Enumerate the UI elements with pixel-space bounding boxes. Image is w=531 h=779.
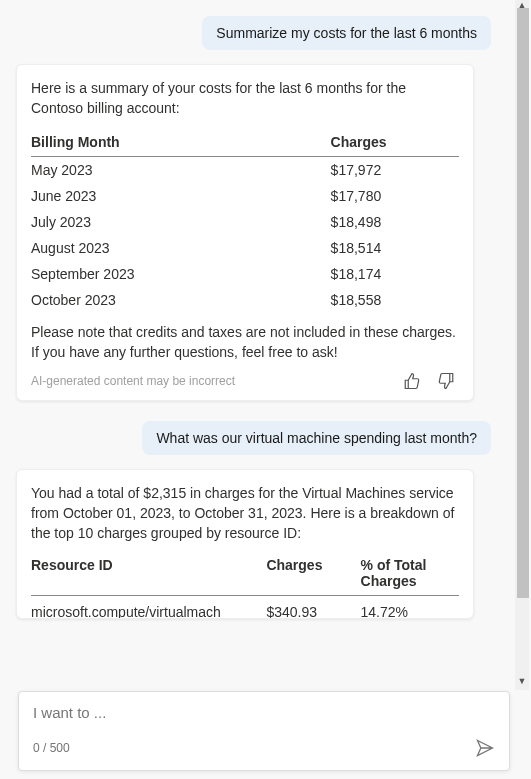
cell-month: July 2023 <box>31 209 331 235</box>
table-row: July 2023$18,498 <box>31 209 459 235</box>
table-header-pct: % of Total Charges <box>361 553 459 596</box>
ai-response-card: You had a total of $2,315 in charges for… <box>16 469 474 619</box>
table-header-resource: Resource ID <box>31 553 266 596</box>
cell-month: May 2023 <box>31 157 331 184</box>
chat-input-placeholder: I want to ... <box>33 704 495 721</box>
ai-response-card: Here is a summary of your costs for the … <box>16 64 474 401</box>
table-header-month: Billing Month <box>31 128 331 157</box>
character-counter: 0 / 500 <box>33 741 70 755</box>
scroll-down-arrow[interactable]: ▼ <box>517 676 527 686</box>
cell-month: August 2023 <box>31 235 331 261</box>
cell-charges: $340.93 <box>266 596 360 620</box>
cell-charges: $18,514 <box>331 235 459 261</box>
ai-disclaimer: AI-generated content may be incorrect <box>31 374 235 388</box>
resource-breakdown-table: Resource ID Charges % of Total Charges m… <box>31 553 459 619</box>
user-message: What was our virtual machine spending la… <box>16 421 491 455</box>
table-header-charges: Charges <box>266 553 360 596</box>
cost-summary-table: Billing Month Charges May 2023$17,972 Ju… <box>31 128 459 313</box>
table-row: August 2023$18,514 <box>31 235 459 261</box>
table-row: September 2023$18,174 <box>31 261 459 287</box>
thumbs-down-icon[interactable] <box>437 372 455 390</box>
ai-outro-text: Please note that credits and taxes are n… <box>31 323 459 362</box>
cell-charges: $18,558 <box>331 287 459 313</box>
ai-intro-text: Here is a summary of your costs for the … <box>31 79 459 118</box>
ai-intro-text: You had a total of $2,315 in charges for… <box>31 484 459 543</box>
cell-month: June 2023 <box>31 183 331 209</box>
send-icon[interactable] <box>475 738 495 758</box>
thumbs-up-icon[interactable] <box>403 372 421 390</box>
user-bubble: Summarize my costs for the last 6 months <box>202 16 491 50</box>
scrollbar-thumb[interactable] <box>517 8 529 598</box>
table-row: May 2023$17,972 <box>31 157 459 184</box>
user-bubble: What was our virtual machine spending la… <box>142 421 491 455</box>
table-row: October 2023$18,558 <box>31 287 459 313</box>
cell-charges: $17,780 <box>331 183 459 209</box>
chat-container[interactable]: Summarize my costs for the last 6 months… <box>0 0 531 690</box>
cell-charges: $18,174 <box>331 261 459 287</box>
table-row: June 2023$17,780 <box>31 183 459 209</box>
cell-pct: 14.72% <box>361 596 459 620</box>
cell-resource: microsoft.compute/virtualmach <box>31 596 266 620</box>
cell-month: October 2023 <box>31 287 331 313</box>
table-header-charges: Charges <box>331 128 459 157</box>
chat-input-area[interactable]: I want to ... 0 / 500 <box>18 691 510 771</box>
user-message: Summarize my costs for the last 6 months <box>16 16 491 50</box>
cell-month: September 2023 <box>31 261 331 287</box>
table-row: microsoft.compute/virtualmach $340.93 14… <box>31 596 459 620</box>
cell-charges: $18,498 <box>331 209 459 235</box>
cell-charges: $17,972 <box>331 157 459 184</box>
